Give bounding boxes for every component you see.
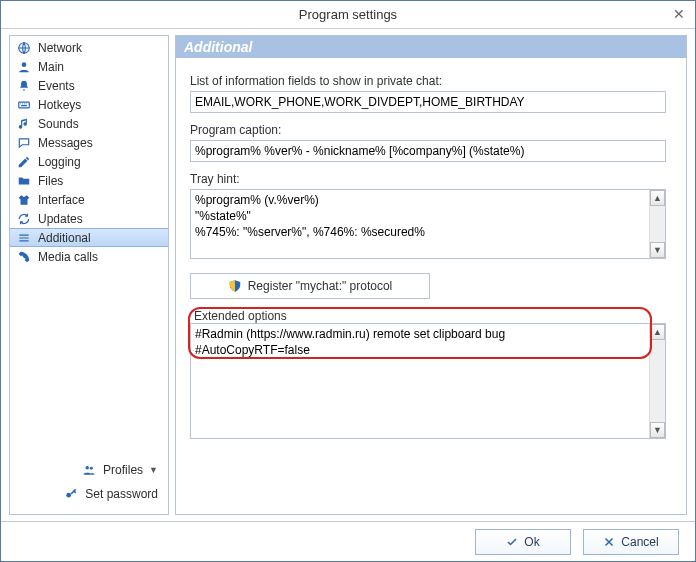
sidebar-item-label: Network xyxy=(38,41,82,55)
close-button[interactable]: ✕ xyxy=(669,5,689,23)
x-icon xyxy=(603,536,615,548)
scrollbar[interactable]: ▲ ▼ xyxy=(649,190,665,258)
scroll-down-icon[interactable]: ▼ xyxy=(650,422,665,438)
extended-options-label: Extended options xyxy=(194,309,676,323)
sidebar-item-label: Sounds xyxy=(38,117,79,131)
music-note-icon xyxy=(16,117,32,131)
sidebar-item-label: Interface xyxy=(38,193,85,207)
caption-input[interactable] xyxy=(190,140,666,162)
sidebar-item-additional[interactable]: Additional xyxy=(10,228,168,247)
register-protocol-label: Register "mychat:" protocol xyxy=(248,279,393,293)
scroll-up-icon[interactable]: ▲ xyxy=(650,190,665,206)
scrollbar[interactable]: ▲ ▼ xyxy=(649,324,665,438)
scroll-down-icon[interactable]: ▼ xyxy=(650,242,665,258)
ok-button[interactable]: Ok xyxy=(475,529,571,555)
tray-input[interactable] xyxy=(191,190,649,258)
fields-label: List of information fields to show in pr… xyxy=(190,74,676,88)
sidebar-item-label: Main xyxy=(38,60,64,74)
svg-point-3 xyxy=(86,466,90,470)
panel-title: Additional xyxy=(176,36,686,58)
scroll-up-icon[interactable]: ▲ xyxy=(650,324,665,340)
sidebar-item-label: Updates xyxy=(38,212,83,226)
keyboard-icon xyxy=(16,98,32,112)
dropdown-icon: ▼ xyxy=(149,465,158,475)
person-icon xyxy=(16,60,32,74)
profiles-label: Profiles xyxy=(103,463,143,477)
caption-label: Program caption: xyxy=(190,123,676,137)
sidebar-item-interface[interactable]: Interface xyxy=(10,190,168,209)
fields-input[interactable] xyxy=(190,91,666,113)
set-password-button[interactable]: Set password xyxy=(10,482,168,506)
sidebar: Network Main Events Hotkeys Sounds Messa… xyxy=(9,35,169,515)
nav-list: Network Main Events Hotkeys Sounds Messa… xyxy=(10,36,168,268)
sidebar-item-label: Hotkeys xyxy=(38,98,81,112)
extended-options-input[interactable] xyxy=(191,324,649,438)
sidebar-item-label: Media calls xyxy=(38,250,98,264)
svg-point-5 xyxy=(67,493,72,498)
svg-point-1 xyxy=(22,62,27,67)
sidebar-item-updates[interactable]: Updates xyxy=(10,209,168,228)
refresh-icon xyxy=(16,212,32,226)
ok-label: Ok xyxy=(524,535,539,549)
svg-point-4 xyxy=(90,467,93,470)
sidebar-item-network[interactable]: Network xyxy=(10,38,168,57)
sidebar-item-label: Files xyxy=(38,174,63,188)
sidebar-item-main[interactable]: Main xyxy=(10,57,168,76)
tray-label: Tray hint: xyxy=(190,172,676,186)
people-icon xyxy=(81,463,97,477)
sidebar-item-events[interactable]: Events xyxy=(10,76,168,95)
lines-icon xyxy=(16,231,32,245)
chat-icon xyxy=(16,136,32,150)
key-icon xyxy=(63,487,79,501)
window-title: Program settings xyxy=(299,7,397,22)
sidebar-item-label: Messages xyxy=(38,136,93,150)
pencil-icon xyxy=(16,155,32,169)
register-protocol-button[interactable]: Register "mychat:" protocol xyxy=(190,273,430,299)
profiles-button[interactable]: Profiles ▼ xyxy=(10,458,168,482)
bell-icon xyxy=(16,79,32,93)
cancel-button[interactable]: Cancel xyxy=(583,529,679,555)
check-icon xyxy=(506,536,518,548)
sidebar-item-messages[interactable]: Messages xyxy=(10,133,168,152)
phone-icon xyxy=(16,250,32,264)
sidebar-item-media-calls[interactable]: Media calls xyxy=(10,247,168,266)
sidebar-item-files[interactable]: Files xyxy=(10,171,168,190)
cancel-label: Cancel xyxy=(621,535,658,549)
sidebar-item-label: Additional xyxy=(38,231,91,245)
main-panel: Additional List of information fields to… xyxy=(175,35,687,515)
sidebar-item-label: Logging xyxy=(38,155,81,169)
folder-icon xyxy=(16,174,32,188)
set-password-label: Set password xyxy=(85,487,158,501)
shirt-icon xyxy=(16,193,32,207)
sidebar-item-logging[interactable]: Logging xyxy=(10,152,168,171)
uac-shield-icon xyxy=(228,279,242,293)
sidebar-item-label: Events xyxy=(38,79,75,93)
sidebar-item-sounds[interactable]: Sounds xyxy=(10,114,168,133)
globe-icon xyxy=(16,41,32,55)
sidebar-item-hotkeys[interactable]: Hotkeys xyxy=(10,95,168,114)
